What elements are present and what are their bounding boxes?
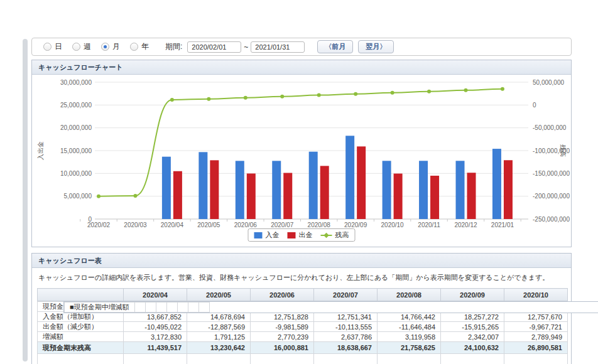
chart-legend: 入金出金残高 bbox=[248, 228, 356, 242]
row-value: -9,967,721 bbox=[504, 322, 568, 332]
svg-text:2020/09: 2020/09 bbox=[344, 222, 367, 228]
svg-text:2020/12: 2020/12 bbox=[454, 222, 477, 228]
svg-text:2020/10: 2020/10 bbox=[381, 222, 405, 228]
legend-line-marker-icon bbox=[321, 232, 332, 238]
radio-icon[interactable] bbox=[72, 43, 80, 51]
table-row: 増減額3,172,8301,791,1252,770,2392,637,7863… bbox=[38, 332, 568, 342]
period-radio-label: 年 bbox=[141, 41, 149, 52]
svg-text:2020/11: 2020/11 bbox=[418, 222, 440, 228]
next-month-button[interactable]: 翌月〉 bbox=[358, 40, 394, 53]
period-radio-label: 月 bbox=[112, 41, 120, 52]
period-radio-1[interactable]: 週 bbox=[72, 41, 91, 52]
legend-label: 入金 bbox=[266, 230, 280, 240]
table-description: キャッシュフローの詳細内訳を表示します。営業、投資、財務キャッシュフローに分かれ… bbox=[32, 268, 571, 288]
svg-text:30,000,000: 30,000,000 bbox=[60, 79, 92, 86]
svg-text:15,000,000: 15,000,000 bbox=[60, 147, 92, 154]
period-radio-label: 日 bbox=[55, 41, 62, 52]
svg-text:2020/05: 2020/05 bbox=[197, 222, 220, 228]
period-radio-3[interactable]: 年 bbox=[130, 41, 149, 52]
row-label: 増減額 bbox=[38, 332, 124, 342]
svg-text:25,000,000: 25,000,000 bbox=[60, 102, 92, 109]
table-col-header: 2020/07 bbox=[314, 289, 378, 301]
radio-icon[interactable] bbox=[43, 43, 52, 51]
period-filter-bar: 日週月年 期間: 2020/02/01 ~ 2021/01/31 〈前月 翌月〉 bbox=[31, 38, 572, 56]
row-value: 21,758,625 bbox=[378, 342, 441, 354]
svg-text:残高: 残高 bbox=[560, 144, 567, 157]
row-value bbox=[188, 302, 198, 313]
table-col-blank bbox=[38, 289, 124, 301]
svg-text:入出金: 入出金 bbox=[37, 141, 44, 160]
svg-text:-50,000,000: -50,000,000 bbox=[533, 124, 567, 131]
legend-item: 出金 bbox=[288, 230, 313, 240]
cashflow-chart-svg: 05,000,00010,000,00015,000,00020,000,000… bbox=[32, 75, 571, 247]
svg-text:-200,000,000: -200,000,000 bbox=[533, 193, 570, 200]
cashflow-chart-section: キャッシュフローチャート 05,000,00010,000,00015,000,… bbox=[31, 60, 572, 247]
table-col-header: 2020/09 bbox=[441, 289, 504, 301]
page: { "filter_bar": { "radios": [ {"label": … bbox=[0, 0, 598, 364]
svg-text:-150,000,000: -150,000,000 bbox=[533, 170, 570, 177]
chart-section-title: キャッシュフローチャート bbox=[32, 60, 571, 75]
period-label: 期間: bbox=[165, 41, 182, 52]
date-from-input[interactable]: 2020/02/01 bbox=[187, 41, 241, 53]
svg-text:2020/07: 2020/07 bbox=[271, 222, 294, 228]
table-row-clipped bbox=[38, 354, 568, 364]
row-label: ■現預金期中増減額 bbox=[65, 302, 135, 313]
cashflow-chart: 05,000,00010,000,00015,000,00020,000,000… bbox=[32, 75, 571, 247]
period-radio-group: 日週月年 bbox=[43, 41, 159, 52]
table-col-header: 2020/06 bbox=[251, 289, 314, 301]
row-value: 26,890,581 bbox=[504, 342, 568, 354]
svg-text:10,000,000: 10,000,000 bbox=[60, 170, 92, 177]
row-value bbox=[145, 302, 156, 313]
row-value: 2,342,007 bbox=[441, 332, 504, 342]
legend-item: 残高 bbox=[321, 230, 349, 240]
row-value: -9,981,589 bbox=[251, 322, 314, 332]
row-value: 3,119,958 bbox=[378, 332, 441, 342]
row-label: 出金額（減少額） bbox=[38, 322, 124, 332]
row-value: 11,439,517 bbox=[124, 342, 187, 354]
legend-bar-swatch-icon bbox=[254, 232, 263, 238]
table-col-header: 2020/05 bbox=[187, 289, 251, 301]
row-value: 24,100,632 bbox=[441, 342, 504, 354]
cashflow-table: 2020/042020/052020/062020/072020/082020/… bbox=[37, 288, 568, 364]
cashflow-table-head: 2020/042020/052020/062020/072020/082020/… bbox=[38, 289, 568, 301]
cashflow-table-section: キャッシュフロー表 キャッシュフローの詳細内訳を表示します。営業、投資、財務キャ… bbox=[31, 253, 572, 364]
date-range-separator: ~ bbox=[244, 43, 248, 51]
table-row: 現預金期末残高11,439,51713,230,64216,000,88118,… bbox=[38, 342, 568, 354]
period-radio-0[interactable]: 日 bbox=[43, 41, 62, 52]
period-radio-label: 週 bbox=[84, 41, 91, 52]
radio-icon[interactable] bbox=[130, 43, 138, 51]
svg-text:20,000,000: 20,000,000 bbox=[60, 124, 92, 131]
svg-text:0: 0 bbox=[533, 102, 536, 109]
period-radio-2[interactable]: 月 bbox=[101, 41, 120, 52]
svg-text:2020/03: 2020/03 bbox=[124, 222, 147, 228]
vertical-scrollbar[interactable] bbox=[23, 39, 28, 361]
radio-selected-icon[interactable] bbox=[101, 43, 109, 51]
table-row: 出金額（減少額）-10,495,022-12,887,569-9,981,589… bbox=[38, 322, 568, 332]
prev-month-button[interactable]: 〈前月 bbox=[317, 40, 353, 53]
row-value bbox=[198, 302, 209, 313]
table-section-title: キャッシュフロー表 bbox=[32, 254, 571, 268]
svg-text:2020/08: 2020/08 bbox=[308, 222, 331, 228]
date-to-input[interactable]: 2021/01/31 bbox=[251, 41, 305, 53]
cashflow-table-body: ■現預金期中増減額現預金期首残高8,266,68711,439,51713,23… bbox=[38, 301, 568, 364]
row-value: 2,789,949 bbox=[504, 332, 568, 342]
row-value: -15,915,265 bbox=[441, 322, 504, 332]
svg-text:5,000,000: 5,000,000 bbox=[64, 193, 92, 200]
row-value: 18,638,667 bbox=[314, 342, 378, 354]
row-value: 2,637,786 bbox=[314, 332, 378, 342]
row-value: -11,646,484 bbox=[378, 322, 441, 332]
legend-label: 残高 bbox=[335, 230, 349, 240]
table-col-header: 2020/10 bbox=[504, 289, 568, 301]
svg-text:-250,000,000: -250,000,000 bbox=[533, 216, 570, 223]
legend-item: 入金 bbox=[254, 230, 280, 240]
row-value: -10,495,022 bbox=[124, 322, 187, 332]
legend-bar-swatch-icon bbox=[288, 232, 296, 238]
table-col-header: 2020/08 bbox=[378, 289, 441, 301]
svg-text:2020/02: 2020/02 bbox=[87, 222, 111, 228]
row-value bbox=[177, 302, 188, 313]
row-value: -10,113,555 bbox=[314, 322, 378, 332]
table-row: ■現預金期中増減額 bbox=[63, 301, 598, 313]
row-value bbox=[134, 302, 145, 313]
row-value: 16,000,881 bbox=[251, 342, 314, 354]
row-value: 2,770,239 bbox=[251, 332, 314, 342]
